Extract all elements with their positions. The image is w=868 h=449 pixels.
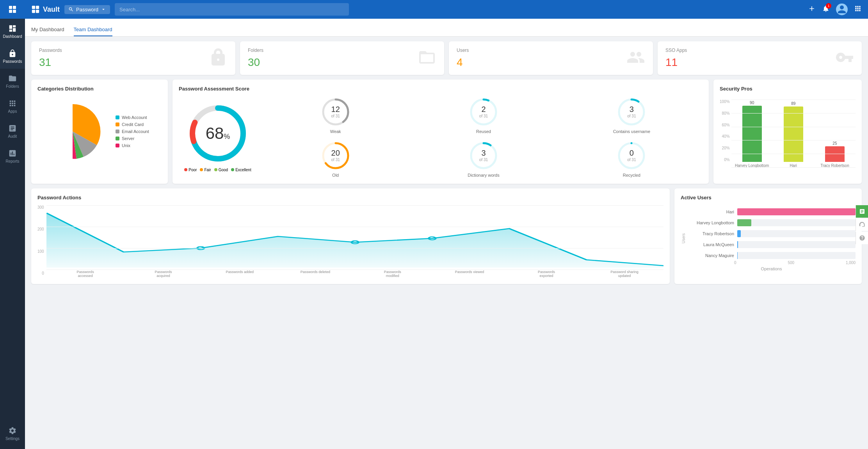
tab-my-dashboard[interactable]: My Dashboard bbox=[31, 23, 64, 36]
middle-row: Categories Distribution bbox=[31, 80, 862, 184]
metric-num-recycled: 0 of 31 bbox=[627, 149, 636, 162]
pie-area: Web Account Credit Card Email Account bbox=[37, 96, 162, 167]
search-input[interactable] bbox=[119, 7, 344, 12]
assessment-card: Password Assessment Score 68% bbox=[173, 80, 709, 184]
score-circle-area: 68% Poor Fair bbox=[179, 96, 257, 177]
score-legend: Poor Fair Good bbox=[184, 168, 251, 172]
sidebar-item-settings[interactable]: Settings bbox=[0, 421, 25, 446]
assessment-inner: 68% Poor Fair bbox=[179, 96, 703, 177]
search-filter[interactable]: Password bbox=[64, 5, 110, 14]
sidebar-item-passwords[interactable]: Passwords bbox=[0, 44, 25, 69]
score-circle: 68% bbox=[187, 102, 249, 165]
metric-num-weak: 12 of 31 bbox=[331, 105, 340, 118]
stat-label-sso: SSO Apps bbox=[665, 48, 687, 53]
stats-row: Passwords 31 Folders 30 Users bbox=[31, 41, 862, 75]
h-bar-laura: Laura McQueen bbox=[687, 241, 856, 248]
h-bar-nancy: Nancy Maguire bbox=[687, 252, 856, 259]
right-icon-help[interactable] bbox=[856, 232, 868, 244]
right-icon-green[interactable] bbox=[856, 205, 868, 218]
stat-value-sso: 11 bbox=[665, 56, 687, 69]
h-bar-fill-harvey bbox=[737, 219, 751, 226]
actions-x-labels: Passwords accessed Passwords acquired Pa… bbox=[46, 270, 663, 278]
stat-passwords: Passwords 31 bbox=[31, 41, 235, 75]
metric-reused: 2 of 31 Reused bbox=[413, 96, 554, 134]
active-users-y-label: Users bbox=[681, 205, 686, 271]
dashboard-tabs: My Dashboard Team Dashboard bbox=[25, 19, 868, 37]
tab-team-dashboard[interactable]: Team Dashboard bbox=[74, 23, 112, 36]
metric-num-reused: 2 of 31 bbox=[479, 105, 488, 118]
metric-circle-old: 20 of 31 bbox=[320, 140, 351, 171]
search-bar[interactable] bbox=[115, 3, 349, 16]
metric-weak: 12 of 31 Weak bbox=[265, 96, 406, 134]
svg-rect-3 bbox=[13, 10, 16, 13]
actions-card: Password Actions 300 200 100 0 bbox=[31, 188, 670, 284]
h-bar-chart: Hari Harvey Longbottom bbox=[687, 208, 856, 259]
content-area: Passwords 31 Folders 30 Users bbox=[25, 37, 868, 449]
legend-poor: Poor bbox=[184, 168, 197, 172]
h-bar-track-hari bbox=[737, 208, 856, 215]
stat-icon-sso bbox=[835, 48, 854, 68]
sidebar-item-reports[interactable]: Reports bbox=[0, 144, 25, 169]
h-bar-fill-hari bbox=[737, 208, 856, 215]
brand: Vault bbox=[31, 5, 60, 14]
actions-title: Password Actions bbox=[37, 195, 663, 201]
h-bar-harvey: Harvey Longbottom bbox=[687, 219, 856, 226]
h-bar-tracy: Tracy Robertson bbox=[687, 230, 856, 237]
actions-svg-area: Passwords accessed Passwords acquired Pa… bbox=[46, 205, 663, 278]
stat-icon-passwords bbox=[209, 48, 228, 68]
stat-sso: SSO Apps 11 bbox=[658, 41, 862, 75]
bar-hari-fill bbox=[784, 106, 803, 162]
metric-recycled: 0 of 31 Recycled bbox=[561, 140, 703, 177]
stat-value-folders: 30 bbox=[248, 56, 263, 69]
notification-button[interactable]: 1 bbox=[822, 5, 830, 14]
legend-email-account: Email Account bbox=[116, 129, 149, 134]
legend-fair: Fair bbox=[200, 168, 211, 172]
add-button[interactable] bbox=[808, 5, 816, 14]
stat-label-users: Users bbox=[457, 48, 469, 53]
bar-hari: 89 bbox=[776, 101, 811, 162]
sidebar-item-dashboard[interactable]: Dashboard bbox=[0, 19, 25, 44]
h-bar-fill-laura bbox=[737, 241, 738, 248]
right-icon-headset[interactable] bbox=[856, 218, 868, 231]
bottom-row: Password Actions 300 200 100 0 bbox=[31, 188, 862, 284]
apps-grid-button[interactable] bbox=[854, 5, 862, 14]
svg-rect-4 bbox=[32, 6, 35, 9]
metric-circle-weak: 12 of 31 bbox=[320, 96, 351, 128]
security-chart-area: 100% 80% 60% 40% 20% 0% bbox=[720, 96, 856, 168]
stat-icon-users bbox=[626, 48, 645, 68]
pie-chart bbox=[37, 96, 108, 167]
assessment-title: Password Assessment Score bbox=[179, 86, 703, 92]
right-floating-icons bbox=[856, 205, 868, 244]
user-avatar[interactable] bbox=[836, 4, 848, 15]
bar-tracy: 25 bbox=[817, 141, 852, 162]
metric-circle-dictionary: 3 of 31 bbox=[468, 140, 499, 171]
metric-old: 20 of 31 Old bbox=[265, 140, 406, 177]
sidebar-item-folders[interactable]: Folders bbox=[0, 69, 25, 94]
stat-label-passwords: Passwords bbox=[39, 48, 62, 53]
security-title: Security Pros bbox=[720, 86, 856, 92]
categories-card: Categories Distribution bbox=[31, 80, 168, 184]
active-users-card: Active Users Users Hari bbox=[674, 188, 862, 284]
stat-value-passwords: 31 bbox=[39, 56, 62, 69]
score-number: 68% bbox=[206, 124, 230, 143]
active-users-bars-area: Hari Harvey Longbottom bbox=[687, 205, 856, 271]
notification-badge: 1 bbox=[826, 3, 831, 9]
sidebar: Dashboard Passwords Folders Apps Audit R… bbox=[0, 0, 25, 449]
legend-credit-card: Credit Card bbox=[116, 122, 149, 127]
legend-web-account: Web Account bbox=[116, 115, 149, 120]
security-card: Security Pros 100% 80% 60% 40% 20% 0% bbox=[713, 80, 862, 184]
metric-circle-recycled: 0 of 31 bbox=[616, 140, 647, 171]
topbar-right: 1 bbox=[808, 4, 862, 15]
actions-line-svg bbox=[46, 205, 663, 268]
bar-harvey: 90 bbox=[735, 101, 770, 162]
sidebar-item-audit[interactable]: Audit bbox=[0, 119, 25, 144]
metric-circle-username: 3 of 31 bbox=[616, 96, 647, 128]
svg-rect-1 bbox=[13, 6, 16, 9]
security-y-axis: 100% 80% 60% 40% 20% 0% bbox=[720, 99, 731, 162]
svg-rect-5 bbox=[36, 6, 39, 9]
sidebar-item-apps[interactable]: Apps bbox=[0, 94, 25, 119]
metric-contains-username: 3 of 31 Contains username bbox=[561, 96, 703, 134]
stat-value-users: 4 bbox=[457, 56, 469, 69]
stat-folders: Folders 30 bbox=[240, 41, 444, 75]
h-bar-fill-nancy bbox=[737, 252, 738, 259]
